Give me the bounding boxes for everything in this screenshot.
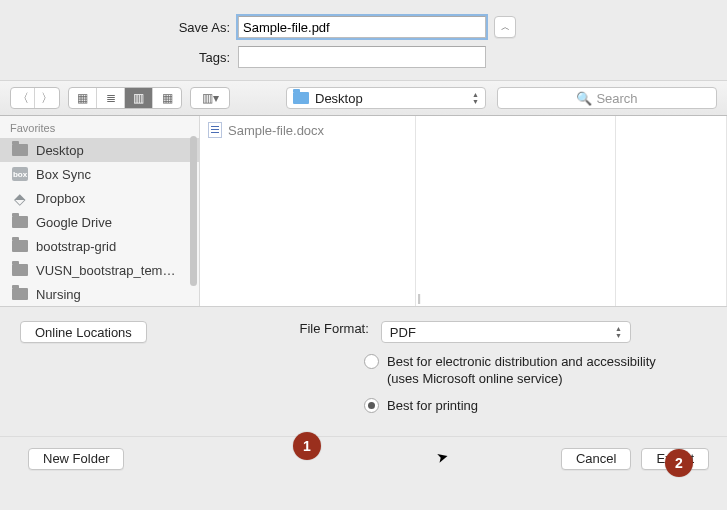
folder-icon [12,144,28,156]
save-as-row: Save As: ︿ [0,16,727,38]
radio-label-line2: (uses Microsoft online service) [387,370,656,387]
sidebar-item-vusn-template[interactable]: VUSN_bootstrap_tem… [0,258,199,282]
sidebar-item-label: Dropbox [36,191,85,206]
sidebar-item-box-sync[interactable]: box Box Sync [0,162,199,186]
online-locations-button[interactable]: Online Locations [20,321,147,343]
group-icon: ▥▾ [202,91,219,105]
sidebar-item-label: VUSN_bootstrap_tem… [36,263,175,278]
search-placeholder: Search [596,91,637,106]
location-label: Desktop [315,91,363,106]
chevron-right-icon: 〉 [41,90,53,107]
annotation-badge-2: 2 [665,449,693,477]
sidebar-item-bootstrap-grid[interactable]: bootstrap-grid [0,234,199,258]
file-format-select[interactable]: PDF ▲▼ [381,321,631,343]
browser-toolbar: 〈 〉 ▦ ≣ ▥ ▦ ▥▾ Desktop ▲▼ 🔍 Search [0,80,727,116]
grid-icon: ▦ [77,91,88,105]
sidebar-item-dropbox[interactable]: ⬘ Dropbox [0,186,199,210]
radio-label: Best for printing [387,397,478,414]
column-1[interactable]: Sample-file.docx || [200,116,416,306]
sidebar-item-label: Box Sync [36,167,91,182]
view-icons-button[interactable]: ▦ [69,88,97,108]
view-gallery-button[interactable]: ▦ [153,88,181,108]
radio-label-line1: Best for electronic distribution and acc… [387,353,656,370]
radio-option-electronic[interactable]: Best for electronic distribution and acc… [364,353,707,387]
search-input[interactable]: 🔍 Search [497,87,717,109]
updown-icon: ▲▼ [615,325,622,339]
radio-label: Best for electronic distribution and acc… [387,353,656,387]
collapse-expand-button[interactable]: ︿ [494,16,516,38]
sidebar-item-label: bootstrap-grid [36,239,116,254]
save-as-input[interactable] [238,16,486,38]
tags-label: Tags: [0,50,230,65]
pdf-quality-options: Best for electronic distribution and acc… [364,353,707,414]
nav-back-forward: 〈 〉 [10,87,60,109]
folder-icon [12,240,28,252]
dialog-footer: New Folder Cancel Export [0,436,727,480]
sidebar-item-label: Desktop [36,143,84,158]
sidebar-item-google-drive[interactable]: Google Drive [0,210,199,234]
sidebar-header-favorites: Favorites [0,116,199,138]
options-row-1: Online Locations File Format: PDF ▲▼ [20,321,707,343]
top-fields: Save As: ︿ Tags: [0,0,727,80]
file-name: Sample-file.docx [228,123,324,138]
chevron-left-icon: 〈 [17,90,29,107]
sidebar-scrollbar[interactable] [190,136,197,286]
updown-icon: ▲▼ [472,91,479,105]
column-2[interactable] [416,116,616,306]
file-format-value: PDF [390,325,416,340]
file-item[interactable]: Sample-file.docx [200,120,415,140]
group-by-group: ▥▾ [190,87,230,109]
sidebar-item-label: Google Drive [36,215,112,230]
group-by-button[interactable]: ▥▾ [191,88,229,108]
box-icon: box [12,167,28,181]
folder-icon [293,92,309,104]
radio-icon [364,354,379,369]
view-mode-group: ▦ ≣ ▥ ▦ [68,87,182,109]
columns-icon: ▥ [133,91,144,105]
radio-option-printing[interactable]: Best for printing [364,397,707,414]
cancel-button[interactable]: Cancel [561,448,631,470]
radio-icon [364,398,379,413]
forward-button[interactable]: 〉 [35,88,59,108]
export-options-panel: Online Locations File Format: PDF ▲▼ Bes… [0,306,727,436]
column-3[interactable] [616,116,727,306]
location-popup[interactable]: Desktop ▲▼ [286,87,486,109]
view-list-button[interactable]: ≣ [97,88,125,108]
list-icon: ≣ [106,91,116,105]
folder-icon [12,264,28,276]
view-columns-button[interactable]: ▥ [125,88,153,108]
sidebar-item-nursing[interactable]: Nursing [0,282,199,306]
search-icon: 🔍 [576,91,592,106]
file-browser: Favorites Desktop box Box Sync ⬘ Dropbox… [0,116,727,306]
save-as-label: Save As: [0,20,230,35]
new-folder-button[interactable]: New Folder [28,448,124,470]
dropbox-icon: ⬘ [12,192,28,205]
word-doc-icon [208,122,222,138]
file-format-label: File Format: [269,321,369,336]
sidebar-item-label: Nursing [36,287,81,302]
folder-icon [12,216,28,228]
folder-icon [12,288,28,300]
tags-row: Tags: [0,46,727,68]
sidebar-item-desktop[interactable]: Desktop [0,138,199,162]
back-button[interactable]: 〈 [11,88,35,108]
annotation-badge-1: 1 [293,432,321,460]
sidebar: Favorites Desktop box Box Sync ⬘ Dropbox… [0,116,200,306]
gallery-icon: ▦ [162,91,173,105]
chevron-up-icon: ︿ [501,21,510,34]
tags-input[interactable] [238,46,486,68]
